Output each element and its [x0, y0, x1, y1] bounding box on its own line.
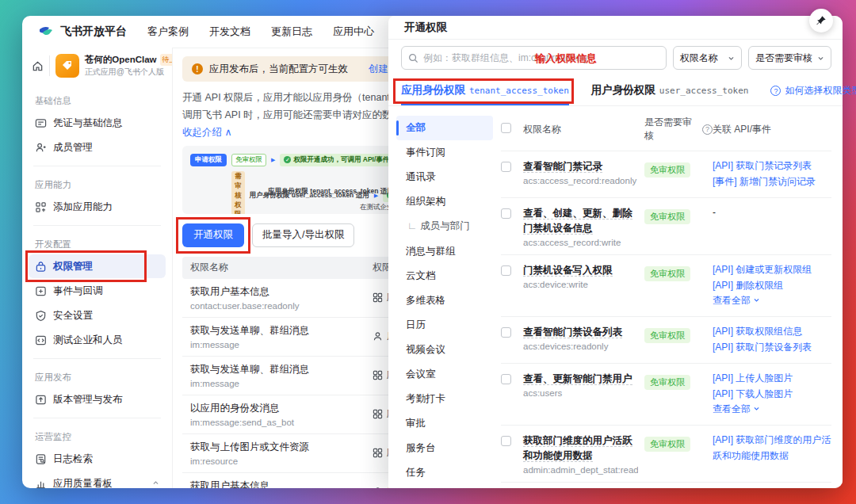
open-permission-button[interactable]: 开通权限	[182, 223, 244, 247]
view-all-link[interactable]: 查看全部	[713, 293, 831, 309]
row-checkbox[interactable]	[501, 208, 511, 219]
panel-body: 全部事件订阅通讯录组织架构∟成员与部门消息与群组云文档多维表格日历视频会议会议室…	[388, 106, 843, 485]
api-link[interactable]: [API] 下载人脸图片	[713, 387, 831, 403]
nav-item-更新日志[interactable]: 更新日志	[271, 25, 312, 39]
permission-code: acs:access_record:write	[523, 238, 638, 247]
category-会议室[interactable]: 会议室	[396, 362, 493, 387]
sidebar-item-事件与回调[interactable]: 事件与回调	[29, 279, 166, 303]
permission-row[interactable]: 查看智能门禁设备列表acs:devices:readonly免审权限[API] …	[501, 316, 831, 363]
view-all-label: 查看全部	[713, 402, 751, 418]
category-云文档[interactable]: 云文档	[396, 264, 493, 288]
permission-title: 查看智能门禁设备列表	[523, 326, 622, 338]
batch-import-export-button[interactable]: 批量导入/导出权限	[252, 223, 354, 247]
category-视频会议[interactable]: 视频会议	[396, 338, 493, 362]
category-任务[interactable]: 任务	[396, 460, 493, 485]
sidebar-item-应用质量看板[interactable]: 应用质量看板	[29, 472, 166, 488]
category-事件订阅[interactable]: 事件订阅	[396, 140, 493, 165]
category-多维表格[interactable]: 多维表格	[396, 288, 493, 313]
search-box: 输入权限信息	[401, 46, 667, 70]
permission-title: 查看、创建、更新、删除门禁机设备信息	[523, 208, 632, 235]
app-switcher[interactable]: 苍何的OpenClaw待上线 正式应用@飞书个人版	[22, 48, 172, 86]
nav-item-应用中心[interactable]: 应用中心	[333, 25, 374, 39]
sidebar-item-版本管理与发布[interactable]: 版本管理与发布	[29, 388, 166, 411]
sidebar-section-label: 运营监控	[22, 425, 172, 446]
banner-text: 应用发布后，当前配置方可生效	[209, 63, 348, 76]
col-name: 权限名称	[523, 123, 561, 136]
sidebar-item-成员管理[interactable]: 成员管理	[29, 136, 166, 159]
category-考勤打卡[interactable]: 考勤打卡	[396, 387, 493, 411]
sidebar-item-添加应用能力[interactable]: 添加应用能力	[29, 195, 166, 219]
checkbox-cell	[501, 433, 523, 449]
permission-code: im:resource	[190, 456, 373, 466]
main-window: 飞书开放平台 客户案例开发文档更新日志应用中心开发者广场智能助手 苍何的Open…	[22, 16, 843, 488]
category-服务台[interactable]: 服务台	[396, 436, 493, 460]
category-组织架构[interactable]: 组织架构	[396, 189, 493, 214]
tab-user-access-token[interactable]: 用户身份权限 user_access_token	[591, 83, 749, 105]
brand[interactable]: 飞书开放平台	[38, 24, 127, 40]
permission-cell: 获取用户基本信息contact:user.base:readonly	[182, 479, 373, 488]
api-link[interactable]: [事件] 新增门禁访问记录	[713, 174, 831, 190]
permission-row[interactable]: 门禁机设备写入权限acs:device:write免审权限[API] 创建或更新…	[501, 254, 831, 316]
select-all-checkbox[interactable]	[501, 123, 511, 133]
sidebar-section: 开发配置权限管理事件与回调安全设置测试企业和人员	[22, 232, 172, 352]
question-circle-icon: ?	[770, 86, 781, 96]
permission-title: 获取部门维度的用户活跃和功能使用数据	[523, 435, 632, 462]
category-审批[interactable]: 审批	[396, 411, 493, 436]
view-all-label: 查看全部	[713, 293, 751, 309]
permission-row[interactable]: 查看智能门禁记录acs:access_record:readonly免审权限[A…	[501, 151, 831, 197]
view-all-link[interactable]: 查看全部	[713, 402, 831, 418]
category-消息与群组[interactable]: 消息与群组	[396, 239, 493, 264]
user-icon	[35, 142, 47, 154]
sidebar-sections: 基础信息凭证与基础信息成员管理应用能力添加应用能力开发配置权限管理事件与回调安全…	[22, 89, 172, 488]
flow-review-tag: 需审核权限	[231, 171, 245, 214]
sidebar-item-凭证与基础信息[interactable]: 凭证与基础信息	[29, 111, 166, 135]
permission-row[interactable]: 获取用户维度的用户活跃和功能使用数据admin:admin_user_stat:…	[501, 482, 831, 485]
pin-button[interactable]	[809, 9, 833, 32]
category-通讯录[interactable]: 通讯录	[396, 165, 493, 189]
permission-type-help-link[interactable]: ? 如何选择权限类型?	[770, 84, 856, 104]
api-link[interactable]: [API] 删除权限组	[713, 278, 831, 294]
row-checkbox[interactable]	[501, 327, 511, 338]
app-status-badge: 待上线	[160, 54, 173, 66]
review-required-filter[interactable]: 是否需要审核	[748, 46, 831, 70]
log-icon	[35, 453, 47, 465]
row-checkbox[interactable]	[501, 436, 511, 446]
nav-item-客户案例[interactable]: 客户案例	[147, 25, 189, 39]
tab-tenant-access-token[interactable]: 应用身份权限 tenant_access_token	[401, 83, 569, 105]
permission-row[interactable]: 查看、创建、更新、删除门禁机设备信息acs:access_record:writ…	[501, 197, 831, 254]
api-link[interactable]: [API] 上传人脸图片	[713, 371, 831, 387]
permission-row[interactable]: 获取部门维度的用户活跃和功能使用数据admin:admin_dept_stat:…	[501, 425, 831, 482]
permission-row[interactable]: 查看、更新智能门禁用户acs:users免审权限[API] 上传人脸图片[API…	[501, 363, 831, 425]
checkbox-cell	[501, 158, 523, 175]
sidebar-item-日志检索[interactable]: 日志检索	[29, 447, 166, 471]
nav-item-开发文档[interactable]: 开发文档	[209, 25, 250, 39]
category-受限查询任务详情[interactable]: ∟受限查询任务详情	[396, 485, 480, 486]
category-日历[interactable]: 日历	[396, 313, 493, 338]
category-全部[interactable]: 全部	[396, 116, 493, 140]
row-checkbox[interactable]	[501, 374, 511, 384]
divider	[33, 225, 161, 226]
row-checkbox[interactable]	[501, 265, 511, 276]
corner-icon: ∟	[407, 220, 417, 234]
api-link[interactable]: [API] 获取门禁记录列表	[713, 158, 831, 174]
review-cell: 免审权限	[644, 262, 713, 281]
permission-name-filter[interactable]: 权限名称	[673, 46, 742, 70]
permission-code: im:message	[190, 340, 373, 349]
api-link[interactable]: [API] 获取部门维度的用户活跃和功能使用数据	[713, 433, 831, 464]
permission-title: 门禁机设备写入权限	[523, 265, 613, 277]
api-link[interactable]: [API] 获取权限组信息	[713, 324, 831, 340]
row-checkbox[interactable]	[501, 162, 511, 172]
sidebar-item-安全设置[interactable]: 安全设置	[29, 304, 166, 327]
home-icon[interactable]	[32, 60, 44, 72]
review-cell: 免审权限	[644, 371, 713, 390]
links-cell: [API] 获取部门维度的用户活跃和功能使用数据	[713, 433, 831, 464]
permission-code: acs:users	[523, 388, 638, 398]
sidebar-item-权限管理[interactable]: 权限管理	[29, 254, 166, 278]
permission-title: 获取与发送单聊、群组消息	[190, 363, 373, 376]
sidebar-item-测试企业和人员[interactable]: 测试企业和人员	[29, 328, 166, 352]
api-link[interactable]: [API] 获取门禁设备列表	[713, 340, 831, 356]
api-link[interactable]: [API] 创建或更新权限组	[713, 262, 831, 278]
sidebar-section-label: 基础信息	[22, 89, 172, 110]
sidebar-item-label: 应用质量看板	[53, 477, 113, 489]
category-成员与部门[interactable]: ∟成员与部门	[396, 214, 480, 239]
